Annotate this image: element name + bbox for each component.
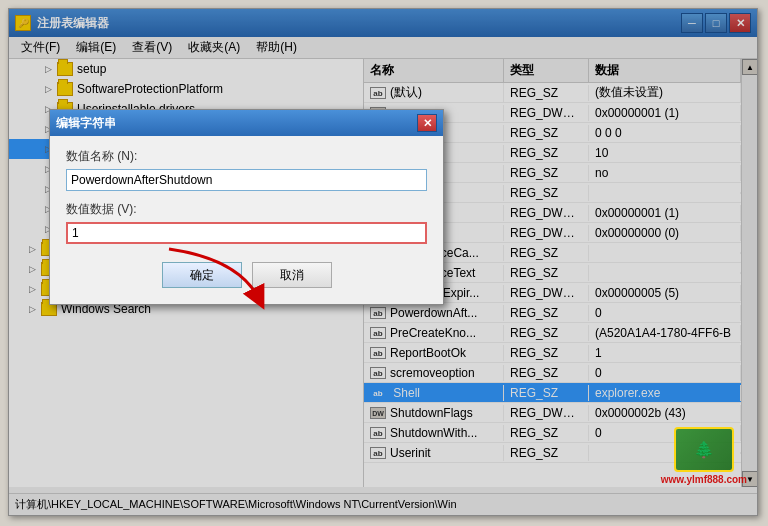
dialog-data-label: 数值数据 (V): <box>66 201 427 218</box>
dialog-title-text: 编辑字符串 <box>56 115 417 132</box>
dialog-body: 数值名称 (N): 数值数据 (V): 确定 取消 <box>50 136 443 304</box>
dialog-cancel-button[interactable]: 取消 <box>252 262 332 288</box>
watermark: 🌲 www.ylmf888.com <box>661 427 747 485</box>
dialog-name-input[interactable] <box>66 169 427 191</box>
watermark-url: www.ylmf888.com <box>661 474 747 485</box>
watermark-logo: 🌲 <box>674 427 734 472</box>
dialog-confirm-button[interactable]: 确定 <box>162 262 242 288</box>
dialog-buttons: 确定 取消 <box>66 262 427 288</box>
dialog-name-label: 数值名称 (N): <box>66 148 427 165</box>
dialog-title-bar: 编辑字符串 ✕ <box>50 110 443 136</box>
dialog-overlay: 编辑字符串 ✕ 数值名称 (N): 数值数据 (V): 确定 取消 <box>9 9 757 515</box>
dialog-close-button[interactable]: ✕ <box>417 114 437 132</box>
dialog-data-input[interactable] <box>66 222 427 244</box>
edit-string-dialog: 编辑字符串 ✕ 数值名称 (N): 数值数据 (V): 确定 取消 <box>49 109 444 305</box>
main-window: 🔑 注册表编辑器 ─ □ ✕ 文件(F) 编辑(E) 查看(V) 收藏夹(A) … <box>8 8 758 516</box>
